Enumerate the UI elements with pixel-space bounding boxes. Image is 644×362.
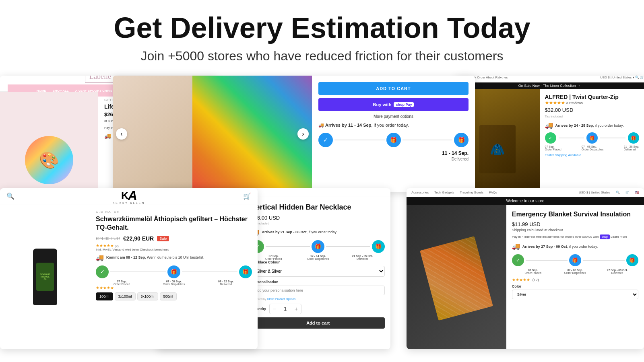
step-line-2	[402, 140, 453, 140]
necklace-tax: Tax included	[251, 222, 385, 225]
alfred-top-bar: lalithes ▾ Track Order About Ralythes US…	[455, 76, 644, 79]
kerry-step-2: 🎁	[167, 265, 180, 278]
alfred-step-3: 🎁	[628, 132, 639, 144]
kerry-sale-badge: Sale	[157, 236, 169, 241]
necklace-title: Vertical Hidden Bar Necklace	[251, 203, 385, 212]
kerry-review-count: ★★★★★ (2)	[96, 243, 252, 248]
add-to-cart-button[interactable]: ADD TO CART	[318, 82, 469, 95]
kerry-line-1	[110, 272, 166, 272]
necklace-step-labels: 07 Sep.Order Placed 12 - 14 Sep.Order Di…	[251, 255, 385, 260]
necklace-personalisation-label: Personalisation	[251, 280, 385, 284]
nav-faqs[interactable]: FAQs	[489, 191, 497, 194]
emergency-price: $11.99 USD	[512, 221, 638, 227]
step-dispatch: 🎁	[386, 133, 401, 147]
next-arrow[interactable]: ›	[297, 128, 309, 140]
textile-image	[192, 76, 312, 192]
necklace-color-select[interactable]: Silver & Silver	[251, 266, 385, 277]
more-payment-options[interactable]: More payment options	[318, 114, 469, 119]
alfred-line-2	[600, 138, 625, 138]
emergency-shop-pay-text: Pay in 4 interest-free installments for …	[512, 234, 638, 240]
necklace-color-label: Necklace Colour	[251, 260, 385, 264]
kerry-cart-icon[interactable]: 🛒	[243, 192, 251, 200]
necklace-qty-increase[interactable]: +	[291, 304, 301, 314]
blanket-visual	[420, 236, 493, 321]
kerry-incl-text: Inkl. MwSt. Versand wird beim Checkout b…	[96, 248, 252, 251]
delivery-product-image: ‹ ›	[113, 76, 312, 192]
alfred-tag: Tax included	[545, 115, 640, 118]
delivery-steps-row: ✓ 🎁 🎁	[318, 133, 469, 147]
shop-pay-badge: shop Pay	[394, 102, 414, 107]
product-image-circle: 🎨	[25, 136, 73, 184]
nav-tech[interactable]: Tech Gadgets	[434, 191, 454, 194]
emergency-steps-row: ✓ 🎁 🎁	[512, 254, 638, 266]
emergency-stars: ★★★★★	[512, 278, 530, 282]
alfred-arrives-text: Arrives by 24 - 28 Sep, if you order tod…	[555, 123, 624, 128]
emergency-reviews-row: ★★★★★ (12)	[512, 278, 638, 282]
delivery-right-content: ADD TO CART Buy with shop Pay More payme…	[312, 76, 475, 192]
nav-traveling[interactable]: Traveling Goods	[460, 191, 483, 194]
alfred-stars: ★★★★★ 3 Reviews	[545, 100, 640, 105]
kerry-delivery-text: Kommt am 08 - 12 Sep, Wenn du heute bis …	[106, 255, 204, 259]
necklace-step-2: 🎁	[312, 240, 324, 253]
emergency-label-3: 27 Sep - 09 Oct.Delivered	[596, 269, 638, 274]
necklace-qty-control: − 1 +	[269, 304, 301, 314]
nav-accessories[interactable]: Accessories	[411, 191, 429, 194]
kerry-step-labels: 07 Sep.Order Placed 07 - 08 Sep.Order Di…	[96, 280, 252, 286]
kerry-label-1: 07 Sep.Order Placed	[96, 280, 148, 286]
emergency-step-3: 🎁	[626, 254, 638, 266]
hero-section: Get Delivery Estimation Today Join +5000…	[0, 0, 644, 72]
prev-arrow[interactable]: ‹	[116, 128, 127, 140]
globe-product-options-link[interactable]: Globe Product Options	[267, 298, 295, 300]
faster-shipping[interactable]: Faster Shipping Available	[545, 153, 640, 157]
necklace-qty-row: Quantity − 1 +	[251, 304, 385, 314]
size-3x100ml[interactable]: 3x100ml	[115, 292, 136, 300]
kerry-line-2	[182, 272, 237, 272]
delivered-dates: 11 - 14 Sep. Delivered	[318, 150, 469, 162]
card-kerry: 🔍 K A KERRY ALLEN 🛒 SCHWARZKUMMELÖL C.B …	[0, 188, 258, 349]
kerry-k: K	[121, 189, 128, 202]
emergency-welcome-bar: Welcome to our store	[407, 197, 644, 205]
necklace-step-3: 🎁	[372, 240, 385, 253]
kerry-body: SCHWARZKUMMELÖL C.B NATUR Schwarzkümmelö…	[0, 204, 258, 349]
kerry-product-title: Schwarzkümmelöl Äthiopisch gefiltert – H…	[96, 215, 252, 232]
necklace-qty-decrease[interactable]: −	[270, 304, 279, 314]
alfred-product-content: ALFRED | Twist Quarter-Zip ★★★★★ 3 Revie…	[540, 89, 644, 196]
oil-bottle: SCHWARZKUMMELÖL	[33, 249, 57, 305]
emergency-cart-icon[interactable]: 🛒	[625, 191, 630, 194]
size-5x100ml[interactable]: 5x100ml	[137, 292, 158, 300]
shop-pay-button[interactable]: Buy with shop Pay	[318, 98, 469, 111]
step-check: ✓	[318, 133, 333, 147]
emergency-truck-icon: 🚚	[512, 243, 520, 250]
kerry-size-buttons: 100ml 3x100ml 5x100ml 500ml	[96, 292, 252, 300]
necklace-powered-by: Powered by Globe Product Options	[251, 298, 385, 300]
kerry-search-icon[interactable]: 🔍	[6, 192, 14, 200]
step-delivered: 🎁	[454, 133, 469, 147]
blanket-stripes	[420, 236, 493, 321]
kerry-logo: K A KERRY ALLEN	[113, 188, 145, 204]
kerry-logo-sub: KERRY ALLEN	[113, 202, 145, 204]
emergency-color-select[interactable]: Silver	[512, 290, 638, 299]
alfred-sale-bar: On Sale Now - The Linen Collection →	[455, 82, 644, 89]
necklace-personalisation-input[interactable]	[251, 286, 385, 295]
emergency-product-image	[407, 205, 506, 349]
alfred-step-labels: 07 Sep.Order Placed 07 - 08 Sep.Order Di…	[545, 145, 640, 151]
alfred-steps-row: ✓ 🎁 🎁	[545, 132, 640, 144]
necklace-delivery-row: 🚚 Arrives by 21 Sep - 06 Oct, if you ord…	[251, 228, 385, 236]
emergency-search-icon[interactable]: 🔍	[616, 191, 620, 194]
card-delivery: ‹ › ADD TO CART Buy with shop Pay More p…	[113, 76, 475, 192]
kerry-a: A	[128, 188, 136, 203]
necklace-label-3: 21 Sep - 05 Oct.Delivered	[340, 255, 385, 260]
necklace-product-content: Vertical Hidden Bar Necklace $26.00 USD …	[246, 197, 390, 346]
emergency-flag-icon: 🇺🇸	[635, 191, 639, 194]
size-500ml[interactable]: 500ml	[160, 292, 177, 300]
alfred-line-1	[559, 138, 584, 138]
emergency-currency: USD $ | United States	[579, 191, 610, 194]
alfred-arrives: 🚚 Arrives by 24 - 28 Sep, if you order t…	[545, 121, 640, 129]
alfred-step-2: 🎁	[586, 132, 598, 144]
emergency-shipping-text: Shipping calculated at checkout	[512, 228, 638, 232]
emergency-title: Emergency Blanket Survival Insulation	[512, 210, 638, 219]
necklace-add-to-cart[interactable]: Add to cart	[251, 317, 385, 329]
size-100ml[interactable]: 100ml	[96, 292, 113, 300]
truck-icon: 🚚	[104, 133, 111, 139]
emergency-label-2: 07 - 08 Sep.Order Dispatches	[554, 269, 597, 274]
